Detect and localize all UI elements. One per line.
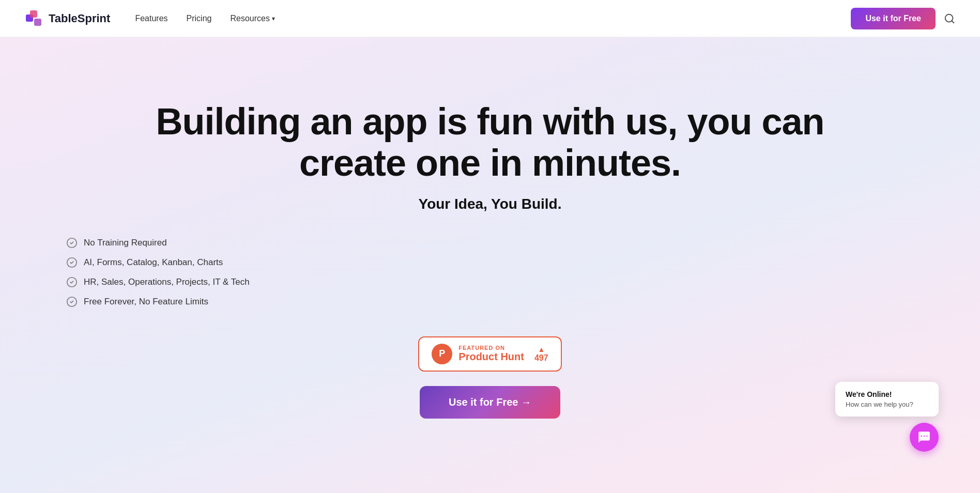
navbar: TableSprint Features Pricing Resources ▾… — [0, 0, 980, 37]
check-icon-1 — [66, 237, 78, 249]
ph-name: Product Hunt — [458, 351, 524, 363]
ph-arrow-icon: ▲ — [538, 345, 545, 353]
nav-links: Features Pricing Resources ▾ — [135, 14, 275, 23]
hero-subtitle: Your Idea, You Build. — [419, 196, 562, 212]
svg-line-4 — [952, 21, 954, 23]
chat-bubble: We're Online! How can we help you? — [835, 382, 939, 417]
logo-icon — [25, 9, 43, 28]
chat-online-title: We're Online! — [846, 390, 928, 398]
hero-title: Building an app is fun with us, you can … — [154, 101, 826, 183]
product-hunt-badge[interactable]: P FEATURED ON Product Hunt ▲ 497 — [418, 336, 561, 372]
logo[interactable]: TableSprint — [25, 9, 110, 28]
nav-item-resources[interactable]: Resources ▾ — [230, 14, 274, 23]
chat-widget: We're Online! How can we help you? — [835, 382, 939, 452]
search-button[interactable] — [944, 13, 955, 24]
logo-text: TableSprint — [49, 12, 110, 25]
nav-item-features[interactable]: Features — [135, 14, 167, 23]
check-icon-2 — [66, 257, 78, 268]
feature-item-2: AI, Forms, Catalog, Kanban, Charts — [66, 257, 223, 268]
check-icon-3 — [66, 276, 78, 288]
chat-online-subtitle: How can we help you? — [846, 400, 928, 408]
nav-right: Use it for Free — [851, 8, 955, 29]
ph-votes: ▲ 497 — [534, 345, 548, 363]
nav-link-pricing[interactable]: Pricing — [187, 14, 212, 23]
check-icon-4 — [66, 296, 78, 307]
ph-featured-label: FEATURED ON — [458, 345, 524, 351]
ph-text: FEATURED ON Product Hunt — [458, 345, 524, 363]
ph-logo: P — [432, 344, 452, 364]
chat-open-button[interactable] — [910, 423, 939, 452]
features-list: No Training Required AI, Forms, Catalog,… — [66, 237, 250, 307]
nav-link-resources[interactable]: Resources ▾ — [230, 14, 274, 23]
hero-section: Building an app is fun with us, you can … — [0, 37, 980, 493]
nav-item-pricing[interactable]: Pricing — [187, 14, 212, 23]
svg-rect-1 — [30, 10, 37, 18]
hero-cta-button[interactable]: Use it for Free → — [420, 386, 560, 419]
nav-left: TableSprint Features Pricing Resources ▾ — [25, 9, 275, 28]
chat-icon — [917, 430, 931, 444]
svg-rect-2 — [34, 19, 41, 26]
chevron-down-icon: ▾ — [272, 15, 275, 22]
feature-item-3: HR, Sales, Operations, Projects, IT & Te… — [66, 276, 250, 288]
feature-item-4: Free Forever, No Feature Limits — [66, 296, 208, 307]
nav-link-features[interactable]: Features — [135, 14, 167, 23]
nav-cta-button[interactable]: Use it for Free — [851, 8, 936, 29]
search-icon — [944, 13, 955, 24]
feature-item-1: No Training Required — [66, 237, 167, 249]
